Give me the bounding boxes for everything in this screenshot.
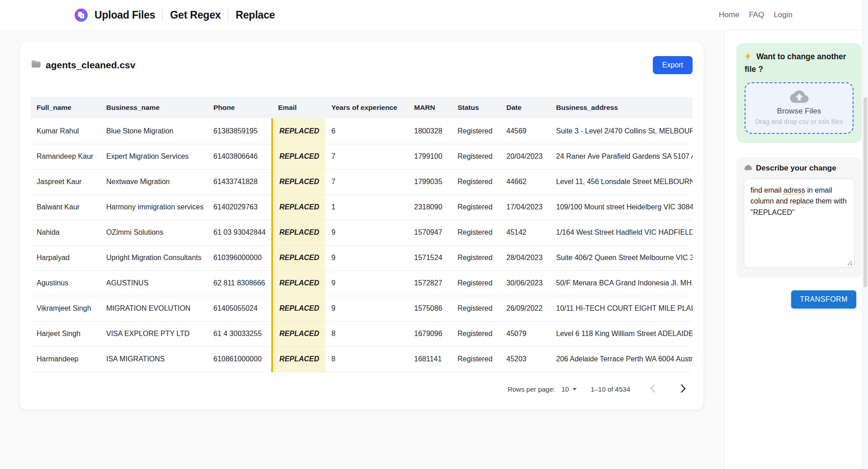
scrollbar-thumb[interactable] <box>863 97 867 287</box>
cell-marn: 1799035 <box>408 169 452 194</box>
cell-date: 44569 <box>500 118 550 144</box>
cell-date: 20/04/2023 <box>500 144 550 169</box>
page-scrollbar[interactable] <box>862 0 868 469</box>
cell-date: 26/09/2022 <box>500 296 550 321</box>
cell-status: Registered <box>452 144 500 169</box>
cell-business-address: 24 Raner Ave Parafield Gardens SA 5107 A… <box>550 144 693 169</box>
brand-nav: Upload Files Get Regex Replace <box>94 9 275 21</box>
cell-full-name: Agustinus <box>31 270 100 296</box>
rows-per-page-value: 10 <box>561 385 569 393</box>
cell-business-address: 50/F Menara BCA Grand Indonesia Jl. MH. … <box>550 270 693 296</box>
app-logo-icon[interactable] <box>75 9 88 22</box>
cell-email: REPLACED <box>272 346 326 372</box>
chevron-down-icon <box>572 388 577 390</box>
cell-marn: 1572827 <box>408 270 452 296</box>
file-dropzone[interactable]: Browse Files Drag and drop csv or xsls f… <box>745 82 854 134</box>
rows-per-page-select[interactable]: 10 <box>561 385 577 393</box>
data-table: Full_nameBusiness_namePhoneEmailYears of… <box>31 97 693 372</box>
textarea-resize-handle[interactable] <box>847 261 852 265</box>
table-body: Kumar RahulBlue Stone Migration613838591… <box>31 118 693 372</box>
cell-business-name: OZimmi Solutions <box>100 220 208 245</box>
pagination-range: 1–10 of 4534 <box>590 385 630 393</box>
column-header-full-name: Full_name <box>31 97 100 118</box>
column-header-years-of-experience: Years of experience <box>326 97 408 118</box>
cell-phone: 61433741828 <box>208 169 272 194</box>
table-row: HarpalyadUpright Migration Consultants61… <box>31 245 693 270</box>
transform-button[interactable]: TRANSFORM <box>791 290 856 308</box>
cell-full-name: Vikramjeet Singh <box>31 296 100 321</box>
nav-upload-files[interactable]: Upload Files <box>94 9 155 21</box>
cell-date: 28/04/2023 <box>500 245 550 270</box>
rows-per-page-label: Rows per page: <box>508 385 555 393</box>
nav-faq[interactable]: FAQ <box>749 10 764 19</box>
table-header-row: Full_nameBusiness_namePhoneEmailYears of… <box>31 97 693 118</box>
cell-status: Registered <box>452 346 500 372</box>
cell-business-address: 109/100 Mount street Heidelberg VIC 3084… <box>550 194 693 220</box>
table-row: Ramandeep KaurExpert Migration Services6… <box>31 144 693 169</box>
cell-phone: 61 4 30033255 <box>208 321 272 346</box>
cell-marn: 1681141 <box>408 346 452 372</box>
cell-full-name: Ramandeep Kaur <box>31 144 100 169</box>
cell-date: 45079 <box>500 321 550 346</box>
cell-email: REPLACED <box>272 321 326 346</box>
nav-divider <box>228 9 228 21</box>
cell-full-name: Harmandeep <box>31 346 100 372</box>
cell-business-name: Blue Stone Migration <box>100 118 208 144</box>
table-row: Balwant KaurHarmony immigration services… <box>31 194 693 220</box>
export-button[interactable]: Export <box>653 56 693 74</box>
cell-business-address: 206 Adelaide Terrace Perth WA 6004 Austr… <box>550 346 693 372</box>
table-row: Vikramjeet SinghMIGRATION EVOLUTION61405… <box>31 296 693 321</box>
cell-business-name: AGUSTINUS <box>100 270 208 296</box>
cell-date: 17/04/2023 <box>500 194 550 220</box>
cell-marn: 1799100 <box>408 144 452 169</box>
cell-marn: 1800328 <box>408 118 452 144</box>
cell-phone: 610396000000 <box>208 245 272 270</box>
table-row: Harjeet SinghVISA EXPLORE PTY LTD61 4 30… <box>31 321 693 346</box>
cell-years-of-experience: 8 <box>326 321 408 346</box>
cell-date: 45203 <box>500 346 550 372</box>
cell-years-of-experience: 9 <box>326 245 408 270</box>
cell-business-name: Upright Migration Consultants <box>100 245 208 270</box>
table-row: Jaspreet KaurNextwave Migration614337418… <box>31 169 693 194</box>
cell-full-name: Balwant Kaur <box>31 194 100 220</box>
describe-change-title: Describe your change <box>744 164 854 173</box>
cell-full-name: Kumar Rahul <box>31 118 100 144</box>
top-right-nav: Home FAQ Login <box>719 10 793 19</box>
nav-home[interactable]: Home <box>719 10 739 19</box>
change-file-title: Want to change another file ? <box>745 51 854 76</box>
table-row: Kumar RahulBlue Stone Migration613838591… <box>31 118 693 144</box>
nav-login[interactable]: Login <box>774 10 793 19</box>
cell-status: Registered <box>452 321 500 346</box>
cell-phone: 61383859195 <box>208 118 272 144</box>
cell-email: REPLACED <box>272 194 326 220</box>
cell-email: REPLACED <box>272 144 326 169</box>
cell-full-name: Harpalyad <box>31 245 100 270</box>
nav-get-regex[interactable]: Get Regex <box>170 9 221 21</box>
main-area: agents_cleaned.csv Export Full_nameBusin… <box>0 30 724 469</box>
cell-business-address: Suite 406/2 Queen Street Melbourne VIC 3… <box>550 245 693 270</box>
nav-divider <box>162 9 163 21</box>
cell-business-name: Expert Migration Services <box>100 144 208 169</box>
cell-business-address: 1/164 West Street Hadfield VIC HADFIELD … <box>550 220 693 245</box>
column-header-business-name: Business_name <box>100 97 208 118</box>
cell-email: REPLACED <box>272 245 326 270</box>
cell-email: REPLACED <box>272 296 326 321</box>
cell-business-name: Nextwave Migration <box>100 169 208 194</box>
column-header-status: Status <box>452 97 500 118</box>
cell-email: REPLACED <box>272 169 326 194</box>
dropzone-hint: Drag and drop csv or xsls files <box>749 118 849 125</box>
change-description-input[interactable]: find email adress in email column and re… <box>744 179 854 268</box>
file-card-header: agents_cleaned.csv Export <box>31 56 693 74</box>
nav-replace[interactable]: Replace <box>236 9 275 21</box>
next-page-button[interactable] <box>675 381 692 398</box>
chevron-right-icon <box>681 384 686 394</box>
table-row: NahidaOZimmi Solutions61 03 93042844REPL… <box>31 220 693 245</box>
brand: Upload Files Get Regex Replace <box>75 9 275 22</box>
previous-page-button[interactable] <box>644 381 661 398</box>
lightning-bolt-icon <box>745 53 754 62</box>
cell-full-name: Nahida <box>31 220 100 245</box>
cell-business-name: MIGRATION EVOLUTION <box>100 296 208 321</box>
cell-business-name: Harmony immigration services <box>100 194 208 220</box>
cell-business-address: 10/11 HI-TECH COURT EIGHT MILE PLAIN <box>550 296 693 321</box>
cell-business-address: Level 6 118 King William Street ADELAIDE… <box>550 321 693 346</box>
